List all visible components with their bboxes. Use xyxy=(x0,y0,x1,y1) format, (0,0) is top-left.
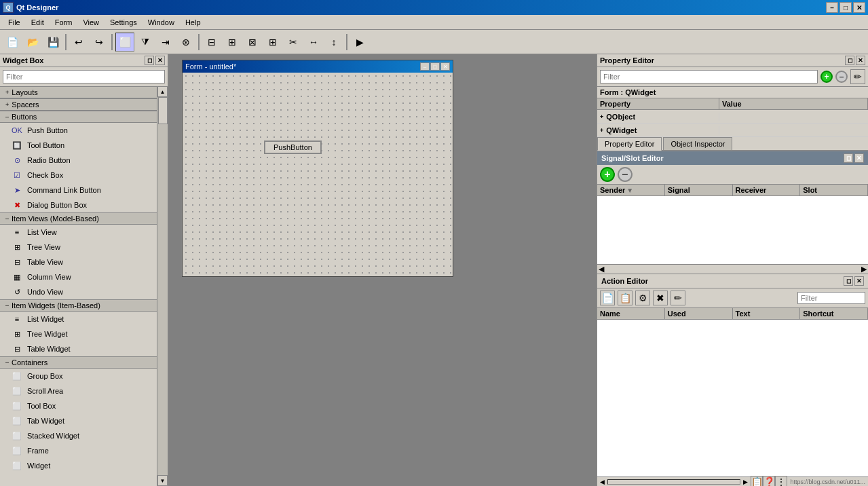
menu-file[interactable]: File xyxy=(3,17,26,28)
group-spacers[interactable]: + Spacers xyxy=(0,98,157,111)
group-item-views[interactable]: – Item Views (Model-Based) xyxy=(0,212,157,225)
action-icon1[interactable]: 📋 xyxy=(751,476,763,487)
action-scrollbar[interactable]: ◀ ▶ 📋 ❓ ⋮ https://blog.csdn.net/u011... xyxy=(597,476,868,486)
widget-group-box[interactable]: ⬜ Group Box xyxy=(0,369,157,384)
minimize-button[interactable]: – xyxy=(826,2,838,13)
property-remove-btn[interactable]: – xyxy=(835,71,848,83)
signal-slot-close[interactable]: ✕ xyxy=(854,153,864,163)
select-widget[interactable]: ⬜ xyxy=(115,33,134,52)
push-button-widget[interactable]: PushButton xyxy=(264,141,322,154)
menu-window[interactable]: Window xyxy=(143,17,180,28)
widget-tab-widget[interactable]: ⬜ Tab Widget xyxy=(0,413,157,428)
save-button[interactable]: 💾 xyxy=(43,33,62,52)
widget-frame[interactable]: ⬜ Frame xyxy=(0,443,157,458)
widget-box-filter[interactable] xyxy=(3,70,165,83)
ss-scroll-left[interactable]: ◀ xyxy=(599,265,604,274)
form-window[interactable]: Form - untitled* – □ ✕ PushButton xyxy=(182,60,453,277)
action-scroll-track[interactable] xyxy=(607,479,740,485)
undo-button[interactable]: ↩ xyxy=(69,33,88,52)
layout-v-spacer[interactable]: ↕ xyxy=(324,33,343,52)
widget-tool-box[interactable]: ⬜ Tool Box xyxy=(0,398,157,413)
widget-scroll-area[interactable]: ⬜ Scroll Area xyxy=(0,384,157,398)
menu-help[interactable]: Help xyxy=(180,17,206,28)
widget-list-widget[interactable]: ≡ List Widget xyxy=(0,312,157,326)
widget-dialog-button-box[interactable]: ✖ Dialog Button Box xyxy=(0,198,157,212)
widget-command-link-button[interactable]: ➤ Command Link Button xyxy=(0,183,157,198)
tab-order[interactable]: ⇥ xyxy=(156,33,175,52)
widget-check-box[interactable]: ☑ Check Box xyxy=(0,168,157,183)
layout-grid[interactable]: ⊞ xyxy=(263,33,282,52)
buddy-edit[interactable]: ⊛ xyxy=(176,33,195,52)
property-add-btn[interactable]: + xyxy=(820,71,833,83)
menu-form[interactable]: Form xyxy=(50,17,78,28)
tab-property-editor[interactable]: Property Editor xyxy=(597,137,662,151)
action-filter-input[interactable] xyxy=(797,292,865,304)
widget-scrollbar[interactable]: ▲ ▼ xyxy=(157,86,168,486)
menu-settings[interactable]: Settings xyxy=(105,17,143,28)
tab-object-inspector[interactable]: Object Inspector xyxy=(663,137,732,150)
open-button[interactable]: 📂 xyxy=(23,33,42,52)
action-icon3[interactable]: ⋮ xyxy=(775,476,787,487)
action-scroll-right[interactable]: ▶ xyxy=(743,479,748,485)
group-layouts[interactable]: + Layouts xyxy=(0,86,157,98)
widget-stacked-widget[interactable]: ⬜ Stacked Widget xyxy=(0,428,157,443)
group-buttons[interactable]: – Buttons xyxy=(0,111,157,123)
form-maximize[interactable]: □ xyxy=(430,62,440,71)
action-scroll-left[interactable]: ◀ xyxy=(600,479,605,485)
widget-table-view[interactable]: ⊟ Table View xyxy=(0,255,157,269)
property-row-qwidget[interactable]: + QWidget xyxy=(597,124,868,137)
canvas-area[interactable]: Form - untitled* – □ ✕ PushButton xyxy=(168,54,597,486)
action-delete-btn[interactable]: ✖ xyxy=(653,291,668,305)
signal-slot-remove-btn[interactable]: – xyxy=(618,167,633,182)
new-button[interactable]: 📄 xyxy=(3,33,22,52)
maximize-button[interactable]: □ xyxy=(839,2,852,13)
scroll-up-arrow[interactable]: ▲ xyxy=(157,86,168,97)
group-containers[interactable]: – Containers xyxy=(0,356,157,369)
layout-form[interactable]: ⊠ xyxy=(243,33,262,52)
widget-tool-button[interactable]: 🔲 Tool Button xyxy=(0,138,157,153)
widget-tree-widget[interactable]: ⊞ Tree Widget xyxy=(0,326,157,341)
layout-h-spacer[interactable]: ↔ xyxy=(304,33,323,52)
select-signal[interactable]: ⧩ xyxy=(136,33,155,52)
widget-table-widget[interactable]: ⊟ Table Widget xyxy=(0,341,157,356)
action-editor-close[interactable]: ✕ xyxy=(854,276,864,286)
action-editor-float[interactable]: ◻ xyxy=(844,276,853,286)
property-editor-float[interactable]: ◻ xyxy=(845,56,854,65)
widget-column-view[interactable]: ▦ Column View xyxy=(0,269,157,284)
redo-button[interactable]: ↪ xyxy=(90,33,109,52)
layout-horizontal[interactable]: ⊞ xyxy=(223,33,242,52)
property-filter-input[interactable] xyxy=(600,70,818,83)
widget-undo-view[interactable]: ↺ Undo View xyxy=(0,284,157,299)
form-canvas[interactable]: PushButton xyxy=(183,73,453,276)
property-edit-btn[interactable]: ✏ xyxy=(850,69,865,84)
action-copy-btn[interactable]: 📋 xyxy=(618,291,633,305)
widget-tree-view[interactable]: ⊞ Tree View xyxy=(0,240,157,255)
action-icon2[interactable]: ❓ xyxy=(763,476,775,487)
group-item-widgets[interactable]: – Item Widgets (Item-Based) xyxy=(0,299,157,312)
action-edit-btn[interactable]: ✏ xyxy=(671,291,685,305)
widget-list-view[interactable]: ≡ List View xyxy=(0,225,157,240)
menu-view[interactable]: View xyxy=(77,17,105,28)
ss-scroll-right[interactable]: ▶ xyxy=(861,265,867,274)
signal-slot-float[interactable]: ◻ xyxy=(844,153,853,163)
scroll-thumb[interactable] xyxy=(158,97,168,124)
signal-slot-add-btn[interactable]: + xyxy=(600,167,615,182)
action-settings-btn[interactable]: ⚙ xyxy=(635,291,650,305)
widget-push-button[interactable]: OK Push Button xyxy=(0,123,157,138)
preview-button[interactable]: ▶ xyxy=(350,33,369,52)
widget-box-close[interactable]: ✕ xyxy=(155,56,165,65)
ss-scrollbar[interactable]: ◀ ▶ xyxy=(597,264,868,274)
widget-radio-button[interactable]: ⊙ Radio Button xyxy=(0,153,157,168)
action-new-btn[interactable]: 📄 xyxy=(600,291,615,305)
menu-edit[interactable]: Edit xyxy=(26,17,50,28)
property-row-qobject[interactable]: + QObject xyxy=(597,110,868,124)
close-button[interactable]: ✕ xyxy=(853,2,865,13)
layout-vertical[interactable]: ⊟ xyxy=(202,33,221,52)
property-editor-close[interactable]: ✕ xyxy=(856,56,865,65)
form-close[interactable]: ✕ xyxy=(440,62,450,71)
layout-break[interactable]: ✂ xyxy=(284,33,303,52)
form-minimize[interactable]: – xyxy=(420,62,430,71)
widget-box-float[interactable]: ◻ xyxy=(145,56,154,65)
scroll-down-arrow[interactable]: ▼ xyxy=(157,475,168,486)
widget-widget[interactable]: ⬜ Widget xyxy=(0,458,157,473)
